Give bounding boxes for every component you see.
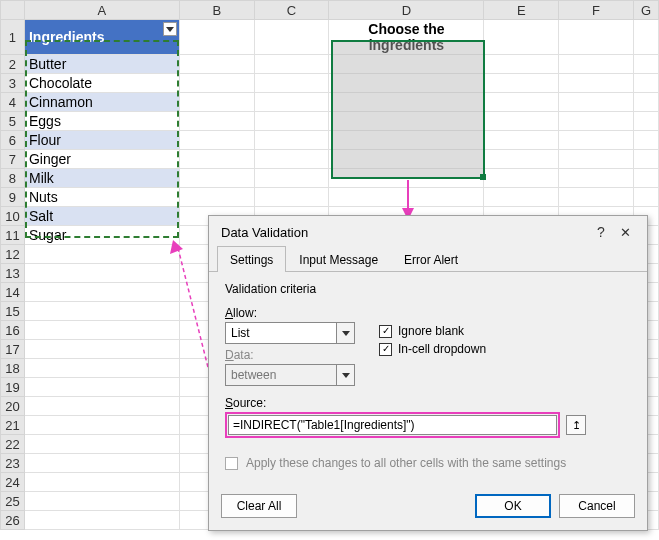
row-header[interactable]: 15 <box>1 302 25 321</box>
col-header-d[interactable]: D <box>329 1 484 20</box>
cell[interactable] <box>254 93 329 112</box>
cell[interactable] <box>179 74 254 93</box>
row-header[interactable]: 11 <box>1 226 25 245</box>
tab-input-message[interactable]: Input Message <box>286 246 391 272</box>
row-header[interactable]: 1 <box>1 20 25 55</box>
row-header[interactable]: 13 <box>1 264 25 283</box>
col-header-g[interactable]: G <box>634 1 659 20</box>
source-input[interactable] <box>228 415 557 435</box>
cell[interactable] <box>559 74 634 93</box>
cell[interactable] <box>24 302 179 321</box>
range-picker-button[interactable]: ↥ <box>566 415 586 435</box>
cell[interactable] <box>634 93 659 112</box>
cell[interactable] <box>484 55 559 74</box>
dialog-titlebar[interactable]: Data Validation ? ✕ <box>209 216 647 246</box>
cell[interactable] <box>24 416 179 435</box>
cell[interactable] <box>24 359 179 378</box>
cell[interactable] <box>179 169 254 188</box>
table-row[interactable]: Butter <box>24 55 179 74</box>
table-row[interactable]: Flour <box>24 131 179 150</box>
cell[interactable] <box>484 169 559 188</box>
tab-settings[interactable]: Settings <box>217 246 286 272</box>
table-row[interactable]: Eggs <box>24 112 179 131</box>
row-header[interactable]: 19 <box>1 378 25 397</box>
cell[interactable] <box>24 511 179 530</box>
table-row[interactable]: Sugar <box>24 226 179 245</box>
table-header-cell[interactable]: Ingredients <box>24 20 179 55</box>
cell[interactable] <box>484 131 559 150</box>
row-header[interactable]: 4 <box>1 93 25 112</box>
row-header[interactable]: 17 <box>1 340 25 359</box>
cell[interactable] <box>24 340 179 359</box>
close-button[interactable]: ✕ <box>613 225 637 240</box>
row-header[interactable]: 10 <box>1 207 25 226</box>
row-header[interactable]: 20 <box>1 397 25 416</box>
cell[interactable] <box>24 397 179 416</box>
cell[interactable] <box>484 188 559 207</box>
table-row[interactable]: Nuts <box>24 188 179 207</box>
cell[interactable] <box>559 150 634 169</box>
cell[interactable] <box>634 150 659 169</box>
incell-dropdown-checkbox[interactable]: ✓ In-cell dropdown <box>379 342 486 356</box>
cell[interactable] <box>179 150 254 169</box>
row-header[interactable]: 23 <box>1 454 25 473</box>
cell[interactable] <box>634 169 659 188</box>
row-header[interactable]: 24 <box>1 473 25 492</box>
row-header[interactable]: 8 <box>1 169 25 188</box>
row-header[interactable]: 18 <box>1 359 25 378</box>
col-header-f[interactable]: F <box>559 1 634 20</box>
cell[interactable] <box>254 169 329 188</box>
row-header[interactable]: 3 <box>1 74 25 93</box>
cell[interactable] <box>559 20 634 55</box>
cell[interactable] <box>24 473 179 492</box>
row-header[interactable]: 2 <box>1 55 25 74</box>
cell[interactable] <box>634 188 659 207</box>
cell[interactable] <box>559 131 634 150</box>
cell[interactable] <box>254 55 329 74</box>
cell[interactable] <box>484 93 559 112</box>
row-header[interactable]: 5 <box>1 112 25 131</box>
clear-all-button[interactable]: Clear All <box>221 494 297 518</box>
row-header[interactable]: 12 <box>1 245 25 264</box>
cell[interactable] <box>559 112 634 131</box>
cell[interactable] <box>634 112 659 131</box>
table-row[interactable]: Milk <box>24 169 179 188</box>
select-all-corner[interactable] <box>1 1 25 20</box>
cell[interactable] <box>179 93 254 112</box>
cell[interactable] <box>254 112 329 131</box>
fill-handle[interactable] <box>480 174 486 180</box>
cell[interactable] <box>24 378 179 397</box>
col-header-c[interactable]: C <box>254 1 329 20</box>
cell[interactable] <box>634 74 659 93</box>
cell[interactable] <box>559 93 634 112</box>
row-header[interactable]: 7 <box>1 150 25 169</box>
cell[interactable] <box>559 169 634 188</box>
row-header[interactable]: 9 <box>1 188 25 207</box>
filter-dropdown-button[interactable] <box>163 22 177 36</box>
allow-combo[interactable]: List <box>225 322 355 344</box>
col-header-a[interactable]: A <box>24 1 179 20</box>
col-header-e[interactable]: E <box>484 1 559 20</box>
cell[interactable] <box>179 112 254 131</box>
cell[interactable] <box>634 20 659 55</box>
table-row[interactable]: Chocolate <box>24 74 179 93</box>
cell[interactable] <box>484 20 559 55</box>
cell[interactable] <box>24 321 179 340</box>
row-header[interactable]: 25 <box>1 492 25 511</box>
selection-range[interactable] <box>331 40 485 179</box>
row-header[interactable]: 6 <box>1 131 25 150</box>
cell[interactable] <box>634 131 659 150</box>
tab-error-alert[interactable]: Error Alert <box>391 246 471 272</box>
row-header[interactable]: 16 <box>1 321 25 340</box>
cell[interactable] <box>634 55 659 74</box>
col-header-b[interactable]: B <box>179 1 254 20</box>
cell[interactable] <box>559 55 634 74</box>
cancel-button[interactable]: Cancel <box>559 494 635 518</box>
cell[interactable] <box>254 74 329 93</box>
cell[interactable] <box>179 20 254 55</box>
cell[interactable] <box>329 188 484 207</box>
cell[interactable] <box>24 454 179 473</box>
cell[interactable] <box>254 188 329 207</box>
cell[interactable] <box>24 245 179 264</box>
cell[interactable] <box>484 74 559 93</box>
